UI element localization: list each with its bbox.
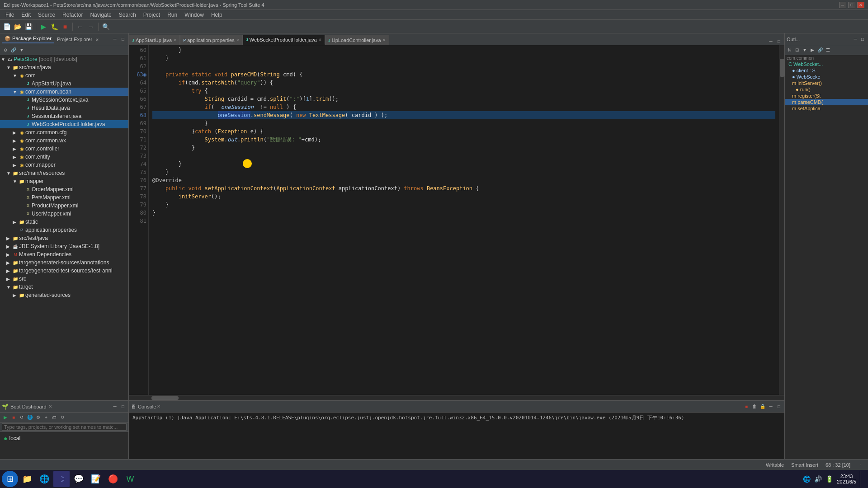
tree-item-resultdata[interactable]: J ResultData.java (0, 104, 128, 112)
tree-item-src[interactable]: ▶ 📁 src (0, 275, 128, 283)
menu-project[interactable]: Project (140, 11, 164, 19)
menu-window[interactable]: Window (181, 11, 208, 19)
outline-min-button[interactable]: ─ (852, 36, 859, 43)
boot-local-item[interactable]: ● local (4, 434, 125, 443)
console-min-button[interactable]: ─ (767, 403, 774, 410)
new-button[interactable]: 📄 (2, 22, 12, 32)
menu-run[interactable]: Run (164, 11, 181, 19)
tab-uploadcontroller[interactable]: J UpLoadController.java ✕ (325, 35, 389, 45)
tree-item-com-common-wx[interactable]: ▶ ◉ com.common.wx (0, 136, 128, 145)
debug-button[interactable]: 🐛 (49, 22, 59, 32)
package-explorer-tab[interactable]: 📦 Package Explorer (2, 35, 54, 43)
project-tab-close[interactable]: ✕ (95, 38, 99, 42)
editor-max-button[interactable]: □ (775, 38, 783, 45)
tab-close-icon[interactable]: ✕ (382, 38, 386, 42)
menu-help[interactable]: Help (208, 11, 226, 19)
console-stop-button[interactable]: ■ (743, 403, 750, 410)
taskbar-explorer[interactable]: 📁 (19, 471, 35, 487)
stop-button[interactable]: ■ (60, 22, 70, 32)
boot-refresh-button[interactable]: ↻ (59, 414, 66, 421)
outline-item-com-common[interactable]: com.common (785, 55, 868, 61)
tree-item-src-test-java[interactable]: ▶ 📁 src/test/java (0, 234, 128, 242)
scroll-thumb[interactable] (780, 59, 784, 77)
outline-item-run[interactable]: ● run() (785, 86, 868, 93)
menu-source[interactable]: Source (34, 11, 59, 19)
taskbar-clock[interactable]: 23:43 2021/6/5 (837, 474, 856, 484)
tree-item-com[interactable]: ▼ ◉ com (0, 71, 128, 80)
save-button[interactable]: 💾 (24, 22, 33, 32)
tree-item-app-props[interactable]: P application.properties (0, 226, 128, 234)
tree-item-websocket-holder[interactable]: J WebSocketProductHolder.java (0, 120, 128, 128)
status-smart-insert[interactable]: Smart Insert (788, 462, 822, 468)
tree-item-mysession[interactable]: J MySessionContext.java (0, 96, 128, 104)
horizontal-scrollbar[interactable] (129, 395, 784, 400)
open-button[interactable]: 📂 (13, 22, 23, 32)
start-button[interactable]: ⊞ (2, 471, 18, 487)
tab-close-icon[interactable]: ✕ (318, 38, 322, 42)
boot-search-input[interactable] (2, 423, 127, 431)
taskbar-chrome[interactable]: 🌐 (36, 471, 52, 487)
tab-appprops[interactable]: P application.properties ✕ (180, 35, 243, 45)
code-content[interactable]: } } private static void parseCMD(String … (149, 45, 779, 395)
boot-open-button[interactable]: 🌐 (26, 414, 33, 421)
outline-item-parsecmd[interactable]: m parseCMD( (785, 99, 868, 105)
boot-stop-button[interactable]: ■ (10, 414, 17, 421)
menu-refactor[interactable]: Refactor (59, 11, 86, 19)
menu-edit[interactable]: Edit (18, 11, 34, 19)
view-menu-button[interactable]: ▼ (18, 47, 25, 54)
taskbar-wechat[interactable]: 💬 (71, 471, 87, 487)
outline-item-client-field[interactable]: ● client : S (785, 67, 868, 74)
h-scroll-thumb[interactable] (151, 396, 179, 400)
forward-button[interactable]: → (86, 22, 96, 32)
tab-close-icon[interactable]: ✕ (173, 38, 177, 42)
boot-restart-button[interactable]: ↺ (18, 414, 25, 421)
project-explorer-tab[interactable]: Project Explorer ✕ (54, 36, 102, 43)
tree-item-com-controller[interactable]: ▶ ◉ com.controller (0, 145, 128, 153)
tree-item-target-test-sources[interactable]: ▶ 📁 target/generated-test-sources/test-a… (0, 267, 128, 275)
boot-min-button[interactable]: ─ (111, 403, 118, 410)
outline-expand-button[interactable]: ▼ (801, 47, 808, 54)
tree-item-com-mapper[interactable]: ▶ ◉ com.mapper (0, 161, 128, 169)
console-clear-button[interactable]: 🗑 (751, 403, 758, 410)
boot-tag-button[interactable]: 🏷 (51, 414, 58, 421)
tree-item-productmapper[interactable]: X ProductMapper.xml (0, 202, 128, 210)
tree-item-ordermapper[interactable]: X OrderMapper.xml (0, 185, 128, 193)
link-editor-button[interactable]: 🔗 (10, 47, 17, 54)
tree-item-com-common-cfg[interactable]: ▶ ◉ com.common.cfg (0, 128, 128, 136)
outline-collapse-button[interactable]: ▶ (809, 47, 816, 54)
tree-item-maven[interactable]: ▶ M Maven Dependencies (0, 250, 128, 258)
taskbar-show-desktop[interactable] (860, 471, 863, 487)
status-more[interactable]: ⋮ (854, 462, 866, 468)
tree-item-src-main-java[interactable]: ▼ 📁 src/main/java (0, 63, 128, 71)
vertical-scrollbar[interactable] (779, 45, 784, 395)
taskbar-app6[interactable]: W (122, 471, 138, 487)
outline-sync-button[interactable]: 🔗 (816, 47, 824, 54)
tree-item-target[interactable]: ▼ 📁 target (0, 283, 128, 291)
tree-item-petsstore[interactable]: ▼ 🗂 PetsStore [boot] [devtools] (0, 55, 128, 63)
tree-item-sessionlistener[interactable]: J SessionListener.java (0, 112, 128, 120)
boot-settings-button[interactable]: ⚙ (34, 414, 42, 421)
tree-item-jre[interactable]: ▶ ☕ JRE System Library [JavaSE-1.8] (0, 242, 128, 250)
taskbar-eclipse[interactable]: ☽ (53, 471, 70, 487)
console-max-button[interactable]: □ (775, 403, 783, 410)
menu-file[interactable]: File (2, 11, 18, 19)
tab-appstartup[interactable]: J AppStartUp.java ✕ (129, 35, 180, 45)
tab-close-icon[interactable]: ✕ (236, 38, 240, 42)
tree-item-target-generated-sources[interactable]: ▶ 📁 target/generated-sources/annotations (0, 258, 128, 267)
menu-navigate[interactable]: Navigate (86, 11, 115, 19)
tree-item-usermapper[interactable]: X UserMapper.xml (0, 210, 128, 218)
back-button[interactable]: ← (75, 22, 85, 32)
panel-maximize-button[interactable]: □ (119, 36, 127, 43)
boot-start-button[interactable]: ▶ (2, 414, 9, 421)
editor-min-button[interactable]: ─ (767, 38, 774, 45)
tree-item-appstartup[interactable]: J AppStartUp.java (0, 80, 128, 88)
outline-item-setapplication[interactable]: m setApplica (785, 105, 868, 112)
collapse-all-button[interactable]: ⊖ (2, 47, 9, 54)
tree-item-src-main-resources[interactable]: ▼ 📁 src/main/resources (0, 169, 128, 177)
outline-item-register[interactable]: m register(St (785, 93, 868, 99)
boot-max-button[interactable]: □ (119, 403, 127, 410)
outline-item-initserver[interactable]: m initServer() (785, 80, 868, 86)
tree-item-com-entity[interactable]: ▶ ◉ com.entity (0, 153, 128, 161)
taskbar-docs[interactable]: 📝 (88, 471, 104, 487)
boot-add-button[interactable]: + (42, 414, 50, 421)
